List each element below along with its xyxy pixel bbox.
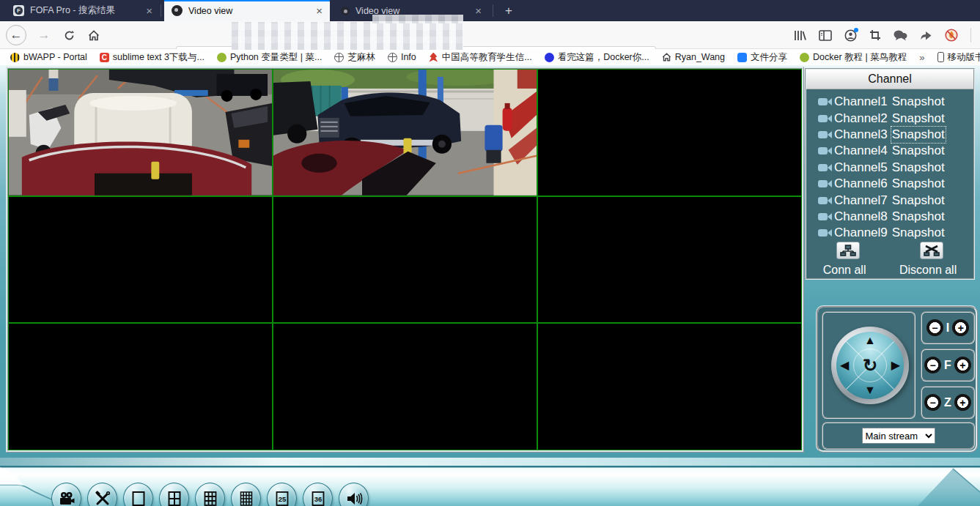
bookmark-sublime[interactable]: Csublime text 3下载与... xyxy=(100,51,205,64)
video-cell-channel6[interactable] xyxy=(538,197,801,323)
channel-row-4[interactable]: Channel4Snapshot xyxy=(818,143,973,159)
auto-pan-button[interactable]: ↻ xyxy=(853,349,887,382)
channel-row-1[interactable]: Channel1Snapshot xyxy=(818,94,973,110)
video-cell-channel4[interactable] xyxy=(9,197,272,323)
ptz-joystick[interactable]: ▲ ▼ ◀ ▶ ↻ xyxy=(831,327,909,404)
iris-minus-button[interactable]: − xyxy=(926,319,943,336)
connect-all-label[interactable]: Conn all xyxy=(823,264,866,277)
video-cell-channel5[interactable] xyxy=(273,197,537,323)
content-blocked-icon[interactable] xyxy=(945,29,958,42)
tab-video-view-active[interactable]: Video view × xyxy=(164,0,330,21)
snapshot-link[interactable]: Snapshot xyxy=(892,193,945,208)
camera-lens-icon xyxy=(828,164,832,171)
single-view-button[interactable] xyxy=(123,483,153,506)
disconnect-all-label[interactable]: Disconn all xyxy=(899,264,957,277)
twentyfive-view-button[interactable]: 25 xyxy=(267,483,297,506)
iris-plus-button[interactable]: + xyxy=(952,319,969,336)
phone-icon xyxy=(937,52,944,62)
video-cell-channel2[interactable] xyxy=(273,70,537,196)
connect-all-icon xyxy=(840,245,856,256)
video-grid-frame xyxy=(6,67,804,453)
library-icon[interactable] xyxy=(794,29,806,42)
bookmarks-overflow-button[interactable]: » xyxy=(919,52,924,63)
four-view-button[interactable] xyxy=(159,483,189,506)
reload-button[interactable] xyxy=(59,25,79,45)
nine-view-button[interactable] xyxy=(195,483,225,506)
messages-icon[interactable] xyxy=(894,30,907,41)
account-icon[interactable] xyxy=(844,29,857,42)
disconnect-all-button[interactable] xyxy=(920,242,943,259)
zoom-minus-button[interactable]: − xyxy=(924,394,941,411)
bookmark-info[interactable]: Info xyxy=(388,52,416,62)
bookmark-python[interactable]: Python 变量类型 | 菜... xyxy=(217,51,323,64)
bookmark-chsi[interactable]: 中国高等教育学生信... xyxy=(429,51,532,64)
audio-button[interactable] xyxy=(339,483,369,506)
channel-row-7[interactable]: Channel7Snapshot xyxy=(818,192,973,208)
thirtysix-view-button[interactable]: 36 xyxy=(303,483,333,506)
pan-up-arrow[interactable]: ▲ xyxy=(864,335,876,346)
bookmark-docker-article[interactable]: 看完这篇，Docker你... xyxy=(545,51,649,64)
snapshot-link[interactable]: Snapshot xyxy=(892,111,945,126)
bookmark-ryan-wang[interactable]: Ryan_Wang xyxy=(662,52,725,62)
home-button[interactable] xyxy=(84,25,104,45)
video-cell-channel9[interactable] xyxy=(538,324,801,450)
snapshot-link[interactable]: Snapshot xyxy=(892,176,945,191)
snapshot-link-focused[interactable]: Snapshot xyxy=(892,127,945,142)
screenshot-crop-icon[interactable] xyxy=(869,29,881,41)
snapshot-link[interactable]: Snapshot xyxy=(892,160,945,175)
grid-16-icon xyxy=(238,491,254,506)
camera-icon xyxy=(818,229,828,237)
new-tab-button[interactable]: + xyxy=(498,0,519,21)
bookmark-bwapp[interactable]: bWAPP - Portal xyxy=(10,52,87,62)
tab-title: Video view xyxy=(188,6,232,16)
pan-right-arrow[interactable]: ▶ xyxy=(891,360,900,371)
focus-minus-button[interactable]: − xyxy=(924,357,941,373)
channel-row-8[interactable]: Channel8Snapshot xyxy=(818,209,973,225)
navigation-bar: ← → i 183.89. ••• ☆ xyxy=(0,21,980,49)
channel-row-2[interactable]: Channel2Snapshot xyxy=(818,110,973,126)
settings-tools-button[interactable] xyxy=(87,483,117,506)
censored-region xyxy=(372,15,463,23)
tab-fofa[interactable]: F FOFA Pro - 搜索结果 × xyxy=(6,0,160,21)
tab-close-icon[interactable]: × xyxy=(146,4,152,17)
tab-title: FOFA Pro - 搜索结果 xyxy=(30,4,115,17)
focus-plus-button[interactable]: + xyxy=(954,357,971,373)
snapshot-link[interactable]: Snapshot xyxy=(892,226,945,240)
forward-button[interactable]: → xyxy=(34,25,54,45)
channel-list: Channel1Snapshot Channel2Snapshot Channe… xyxy=(806,89,973,242)
camera-icon xyxy=(818,180,828,187)
back-button[interactable]: ← xyxy=(6,25,26,45)
zoom-plus-button[interactable]: + xyxy=(954,394,971,411)
bookmark-file-share[interactable]: 文件分享 xyxy=(737,51,787,64)
zoom-control: − Z + xyxy=(921,386,975,419)
channel-row-6[interactable]: Channel6Snapshot xyxy=(818,176,973,192)
notification-dot xyxy=(854,28,858,32)
record-button[interactable] xyxy=(51,483,81,506)
snapshot-link[interactable]: Snapshot xyxy=(892,144,945,158)
grid-36-icon: 36 xyxy=(310,491,326,506)
sidebar-icon[interactable] xyxy=(819,30,832,41)
video-cell-channel7[interactable] xyxy=(9,324,272,450)
snapshot-link[interactable]: Snapshot xyxy=(892,209,945,224)
grid-9-icon xyxy=(202,491,218,506)
bookmark-mobile[interactable]: 移动版书 xyxy=(937,51,980,64)
channel-row-9[interactable]: Channel9Snapshot xyxy=(818,225,973,241)
censored-region xyxy=(232,22,463,50)
tab-close-icon[interactable]: × xyxy=(316,4,323,17)
pan-left-arrow[interactable]: ◀ xyxy=(840,360,849,371)
send-tab-reply-icon[interactable] xyxy=(920,30,932,41)
video-cell-channel8[interactable] xyxy=(273,324,537,450)
stream-select[interactable]: Main stream xyxy=(862,428,935,444)
tab-close-icon[interactable]: × xyxy=(475,4,482,17)
snapshot-link[interactable]: Snapshot xyxy=(892,94,945,109)
video-cell-channel1[interactable] xyxy=(9,70,272,196)
connect-all-button[interactable] xyxy=(836,242,860,259)
channel-row-5[interactable]: Channel5Snapshot xyxy=(818,160,973,176)
channel-row-3[interactable]: Channel3Snapshot xyxy=(818,127,973,143)
pan-down-arrow[interactable]: ▼ xyxy=(864,384,876,396)
globe-icon xyxy=(334,53,344,62)
sixteen-view-button[interactable] xyxy=(231,483,261,506)
bookmark-docker-tutorial[interactable]: Docker 教程 | 菜鸟教程 xyxy=(800,51,907,64)
bookmark-zhimalin[interactable]: 芝麻林 xyxy=(334,51,375,64)
video-cell-channel3[interactable] xyxy=(538,70,801,196)
